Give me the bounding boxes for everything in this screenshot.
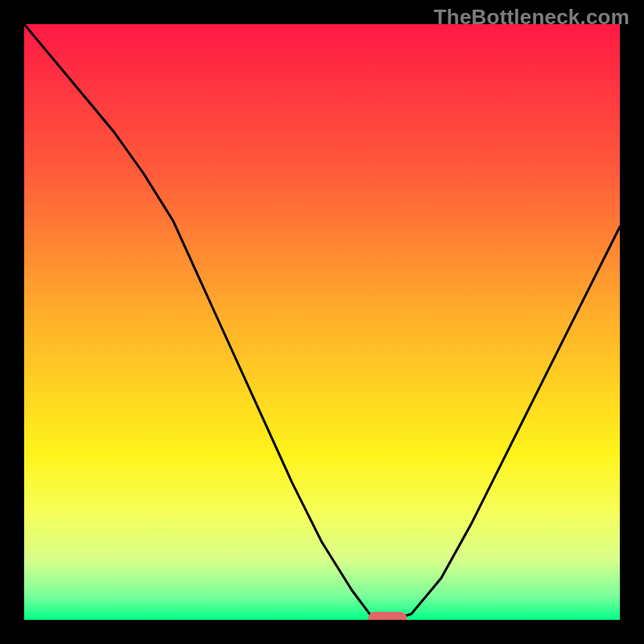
chart-container: TheBottleneck.com (0, 0, 644, 644)
plot-area (24, 24, 620, 620)
chart-svg (24, 24, 620, 620)
optimal-marker (368, 612, 407, 620)
gradient-background (24, 24, 620, 620)
watermark-label: TheBottleneck.com (434, 5, 630, 30)
